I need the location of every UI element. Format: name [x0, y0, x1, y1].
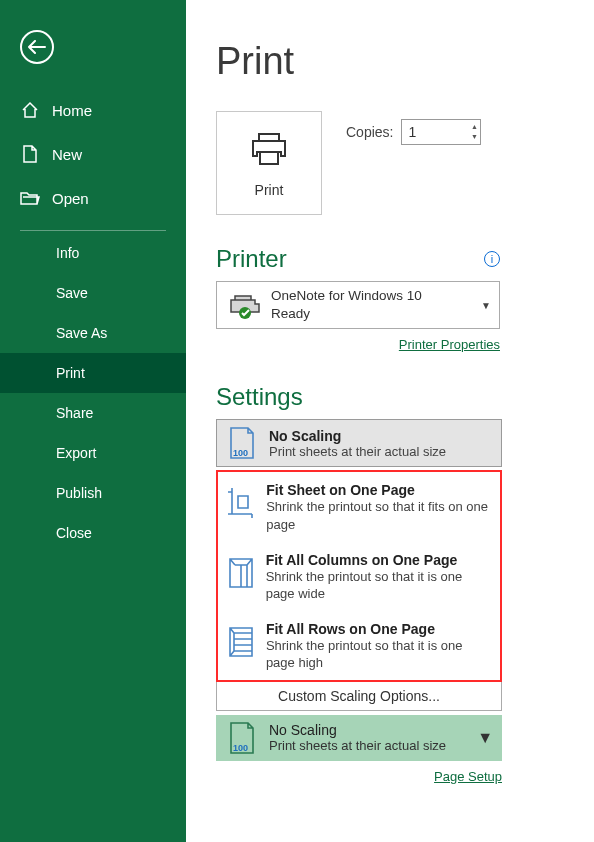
- fit-sheet-icon: [226, 486, 256, 520]
- spinner-up-icon[interactable]: ▲: [468, 122, 480, 132]
- option-fit-columns[interactable]: Fit All Columns on One Page Shrink the p…: [218, 542, 500, 611]
- copies-label: Copies:: [346, 124, 393, 140]
- home-icon: [20, 100, 40, 120]
- printer-dropdown[interactable]: OneNote for Windows 10 Ready ▼: [216, 281, 500, 329]
- printer-ready-icon: [225, 292, 263, 318]
- scaling-dropdown-open[interactable]: 100 No Scaling Print sheets at their act…: [216, 419, 502, 467]
- scaling-dropdown-selected[interactable]: 100 No Scaling Print sheets at their act…: [216, 715, 502, 761]
- settings-section-label: Settings: [216, 383, 303, 411]
- option-desc: Shrink the printout so that it fits on o…: [266, 498, 492, 533]
- settings-section-header: Settings: [216, 383, 594, 411]
- custom-scaling-options[interactable]: Custom Scaling Options...: [216, 682, 502, 711]
- option-fit-rows[interactable]: Fit All Rows on One Page Shrink the prin…: [218, 611, 500, 680]
- printer-name: OneNote for Windows 10: [271, 287, 481, 305]
- print-button[interactable]: Print: [216, 111, 322, 215]
- sidebar-item-home[interactable]: Home: [0, 88, 186, 132]
- sidebar-item-info[interactable]: Info: [0, 233, 186, 273]
- copies-spinner[interactable]: 1 ▲ ▼: [401, 119, 481, 145]
- back-button[interactable]: [20, 30, 54, 64]
- sidebar-label: Print: [56, 365, 85, 381]
- sidebar-divider: [20, 230, 166, 231]
- fit-columns-icon: [226, 556, 256, 590]
- option-desc: Print sheets at their actual size: [269, 444, 446, 459]
- sidebar-label: Info: [56, 245, 79, 261]
- print-button-label: Print: [255, 182, 284, 198]
- new-icon: [20, 144, 40, 164]
- page-100-icon: 100: [225, 721, 259, 755]
- sidebar-item-open[interactable]: Open: [0, 176, 186, 220]
- sidebar-label: Save: [56, 285, 88, 301]
- chevron-down-icon: ▼: [477, 729, 493, 747]
- printer-section-label: Printer: [216, 245, 287, 273]
- svg-text:100: 100: [233, 743, 248, 753]
- page-100-icon: 100: [225, 426, 259, 460]
- sidebar-label: Open: [52, 190, 89, 207]
- sidebar-item-publish[interactable]: Publish: [0, 473, 186, 513]
- sidebar-item-saveas[interactable]: Save As: [0, 313, 186, 353]
- sidebar-label: Save As: [56, 325, 107, 341]
- sidebar-item-close[interactable]: Close: [0, 513, 186, 553]
- sidebar-label: New: [52, 146, 82, 163]
- option-title: Fit Sheet on One Page: [266, 482, 492, 498]
- printer-icon: [248, 128, 290, 172]
- sidebar-item-save[interactable]: Save: [0, 273, 186, 313]
- sidebar-label: Home: [52, 102, 92, 119]
- fit-rows-icon: [226, 625, 256, 659]
- sidebar-item-print[interactable]: Print: [0, 353, 186, 393]
- option-title: Fit All Rows on One Page: [266, 621, 492, 637]
- option-title: No Scaling: [269, 428, 446, 444]
- sidebar-item-share[interactable]: Share: [0, 393, 186, 433]
- svg-text:100: 100: [233, 448, 248, 458]
- printer-status: Ready: [271, 305, 481, 323]
- printer-section-header: Printer i: [216, 245, 500, 273]
- printer-properties-link[interactable]: Printer Properties: [399, 337, 500, 352]
- backstage-sidebar: Home New Open Info Save Save As Print Sh…: [0, 0, 186, 842]
- option-fit-sheet[interactable]: Fit Sheet on One Page Shrink the printou…: [218, 472, 500, 541]
- option-desc: Print sheets at their actual size: [269, 738, 477, 753]
- custom-scaling-label: Custom Scaling Options...: [278, 688, 440, 704]
- page-setup-link[interactable]: Page Setup: [434, 769, 502, 784]
- sidebar-item-export[interactable]: Export: [0, 433, 186, 473]
- spinner-down-icon[interactable]: ▼: [468, 132, 480, 142]
- chevron-down-icon: ▼: [481, 300, 491, 311]
- info-icon[interactable]: i: [484, 251, 500, 267]
- option-title: No Scaling: [269, 722, 477, 738]
- option-desc: Shrink the printout so that it is one pa…: [266, 637, 492, 672]
- sidebar-label: Export: [56, 445, 96, 461]
- print-panel: Print Print Copies: 1 ▲ ▼ Printer i: [186, 0, 594, 842]
- page-title: Print: [216, 40, 594, 83]
- open-icon: [20, 188, 40, 208]
- scaling-options-panel: Fit Sheet on One Page Shrink the printou…: [216, 470, 502, 681]
- option-title: Fit All Columns on One Page: [266, 552, 492, 568]
- option-desc: Shrink the printout so that it is one pa…: [266, 568, 492, 603]
- sidebar-item-new[interactable]: New: [0, 132, 186, 176]
- sidebar-label: Share: [56, 405, 93, 421]
- copies-value: 1: [408, 124, 416, 140]
- sidebar-label: Close: [56, 525, 92, 541]
- sidebar-label: Publish: [56, 485, 102, 501]
